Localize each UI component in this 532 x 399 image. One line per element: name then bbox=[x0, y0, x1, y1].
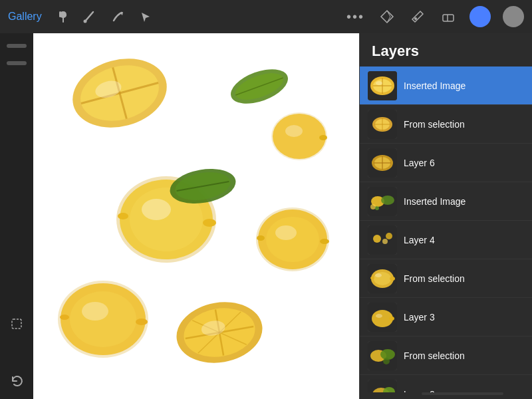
svg-rect-68 bbox=[368, 225, 397, 255]
layer-thumbnail bbox=[368, 110, 397, 139]
user-avatar[interactable] bbox=[503, 6, 524, 27]
eyedropper-icon[interactable] bbox=[408, 7, 427, 26]
selection-icon[interactable] bbox=[136, 7, 155, 26]
svg-point-26 bbox=[70, 291, 136, 347]
layer-info: From selection bbox=[404, 119, 525, 130]
opacity-slider[interactable] bbox=[7, 61, 27, 65]
scroll-indicator bbox=[422, 392, 504, 395]
selection-tool-icon[interactable] bbox=[7, 314, 27, 334]
svg-point-75 bbox=[375, 273, 382, 277]
svg-point-27 bbox=[82, 302, 108, 321]
layer-thumbnail bbox=[368, 303, 397, 332]
layer-row[interactable]: Layer 6N bbox=[360, 144, 532, 182]
layer-info: Layer 6 bbox=[404, 158, 525, 168]
svg-point-70 bbox=[382, 239, 388, 244]
eraser-icon[interactable] bbox=[439, 7, 458, 26]
svg-point-2 bbox=[414, 17, 417, 20]
layer-thumbnail bbox=[368, 225, 397, 255]
layer-info: From selection bbox=[404, 350, 525, 361]
layer-name: From selection bbox=[404, 350, 525, 361]
layer-name: Inserted Image bbox=[404, 196, 525, 207]
svg-point-29 bbox=[60, 315, 69, 320]
svg-point-77 bbox=[370, 277, 374, 279]
layer-name: From selection bbox=[404, 273, 525, 284]
layer-thumbnail bbox=[368, 148, 397, 178]
layers-panel: Layers + Inserted ImageN From selectionN… bbox=[359, 33, 532, 399]
lemon-illustration bbox=[33, 33, 359, 399]
svg-point-39 bbox=[266, 217, 319, 262]
svg-point-28 bbox=[136, 319, 148, 325]
svg-point-40 bbox=[275, 225, 297, 240]
layer-info: Layer 4 bbox=[404, 235, 525, 245]
top-toolbar: Gallery ••• bbox=[0, 0, 532, 33]
layer-row[interactable]: Layer 2N bbox=[360, 375, 532, 392]
svg-point-80 bbox=[376, 314, 382, 318]
canvas-area: Layers + Inserted ImageN From selectionN… bbox=[33, 33, 532, 399]
svg-point-69 bbox=[373, 235, 381, 243]
color-swatch[interactable] bbox=[469, 6, 491, 27]
smudge-icon[interactable] bbox=[108, 7, 127, 26]
svg-point-66 bbox=[370, 204, 376, 209]
tool-group bbox=[53, 7, 155, 26]
layers-list: Inserted ImageN From selectionN Layer 6N… bbox=[360, 66, 532, 392]
svg-point-71 bbox=[386, 233, 392, 239]
svg-point-85 bbox=[383, 358, 390, 364]
svg-rect-5 bbox=[12, 319, 21, 329]
svg-point-42 bbox=[257, 235, 265, 241]
wrench-icon[interactable] bbox=[53, 7, 71, 26]
undo-icon[interactable] bbox=[7, 371, 27, 391]
svg-point-81 bbox=[389, 317, 394, 321]
more-options-icon[interactable]: ••• bbox=[346, 9, 364, 25]
layer-name: From selection bbox=[404, 119, 525, 130]
layer-row[interactable]: Layer 3N bbox=[360, 298, 532, 336]
layer-thumbnail bbox=[368, 264, 397, 293]
svg-rect-3 bbox=[443, 15, 454, 21]
layer-row[interactable]: From selectionN bbox=[360, 105, 532, 144]
svg-point-1 bbox=[83, 20, 86, 23]
brush-icon[interactable] bbox=[80, 7, 99, 26]
gallery-button[interactable]: Gallery bbox=[8, 11, 42, 23]
layer-row[interactable]: Inserted ImageN bbox=[360, 66, 532, 105]
svg-point-67 bbox=[375, 206, 379, 210]
layer-row[interactable]: From selectionN bbox=[360, 259, 532, 298]
pen-nib-icon[interactable] bbox=[378, 7, 396, 26]
layers-header: Layers + bbox=[360, 33, 532, 66]
layer-row[interactable]: Layer 4N bbox=[360, 221, 532, 259]
left-sidebar bbox=[0, 33, 33, 399]
svg-point-20 bbox=[118, 213, 128, 219]
toolbar-right-group bbox=[378, 6, 524, 27]
layer-info: From selection bbox=[404, 273, 525, 284]
svg-point-65 bbox=[381, 196, 394, 205]
layers-title: Layers bbox=[372, 43, 419, 60]
svg-point-76 bbox=[390, 277, 395, 281]
layer-row[interactable]: Inserted ImageN bbox=[360, 182, 532, 221]
svg-point-41 bbox=[320, 239, 329, 244]
layer-name: Layer 3 bbox=[404, 312, 525, 323]
svg-point-19 bbox=[203, 219, 216, 227]
drawing-canvas[interactable] bbox=[33, 33, 359, 399]
layer-name: Inserted Image bbox=[404, 80, 525, 91]
svg-point-52 bbox=[376, 81, 382, 85]
layer-thumbnail bbox=[368, 380, 397, 393]
layer-thumbnail bbox=[368, 71, 397, 100]
layer-info: Inserted Image bbox=[404, 196, 525, 207]
layer-row[interactable]: From selectionN bbox=[360, 336, 532, 375]
svg-rect-0 bbox=[59, 11, 61, 17]
svg-point-44 bbox=[273, 114, 326, 159]
layer-info: Inserted Image bbox=[404, 80, 525, 91]
layer-info: Layer 3 bbox=[404, 312, 525, 323]
layer-name: Layer 4 bbox=[404, 235, 525, 245]
brush-size-slider[interactable] bbox=[7, 44, 27, 48]
layer-thumbnail bbox=[368, 187, 397, 216]
svg-point-46 bbox=[319, 135, 327, 140]
svg-point-45 bbox=[285, 125, 303, 137]
layer-name: Layer 6 bbox=[404, 158, 525, 168]
svg-point-18 bbox=[142, 199, 171, 220]
layer-thumbnail bbox=[368, 341, 397, 370]
